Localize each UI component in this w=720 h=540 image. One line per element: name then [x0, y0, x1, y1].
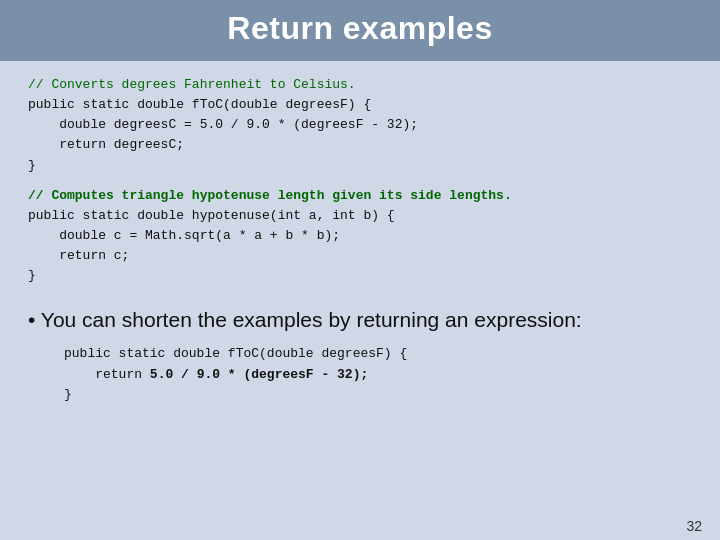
code1-line3: return degreesC;	[28, 137, 184, 152]
code1-line4: }	[28, 158, 36, 173]
code2-line2: double c = Math.sqrt(a * a + b * b);	[28, 228, 340, 243]
code2-line3: return c;	[28, 248, 129, 263]
comment-1: // Converts degrees Fahrenheit to Celsiu…	[28, 77, 356, 92]
code3-line2: return 5.0 / 9.0 * (degreesF - 32);	[64, 367, 368, 382]
bullet-text: • You can shorten the examples by return…	[28, 306, 692, 333]
comment-2: // Computes triangle hypotenuse length g…	[28, 188, 512, 203]
code3-line3: }	[64, 387, 72, 402]
code-block-2: // Computes triangle hypotenuse length g…	[28, 186, 692, 287]
code3-line1: public static double fToC(double degrees…	[64, 346, 407, 361]
slide-content: // Converts degrees Fahrenheit to Celsiu…	[0, 61, 720, 516]
code-block-1: // Converts degrees Fahrenheit to Celsiu…	[28, 75, 692, 176]
title-bar: Return examples	[0, 0, 720, 61]
code1-line2: double degreesC = 5.0 / 9.0 * (degreesF …	[28, 117, 418, 132]
page-number: 32	[0, 516, 720, 540]
code-block-3: public static double fToC(double degrees…	[64, 344, 692, 406]
slide-title: Return examples	[20, 10, 700, 47]
code2-line1: public static double hypotenuse(int a, i…	[28, 208, 395, 223]
slide: Return examples // Converts degrees Fahr…	[0, 0, 720, 540]
code1-line1: public static double fToC(double degrees…	[28, 97, 371, 112]
code2-line4: }	[28, 268, 36, 283]
